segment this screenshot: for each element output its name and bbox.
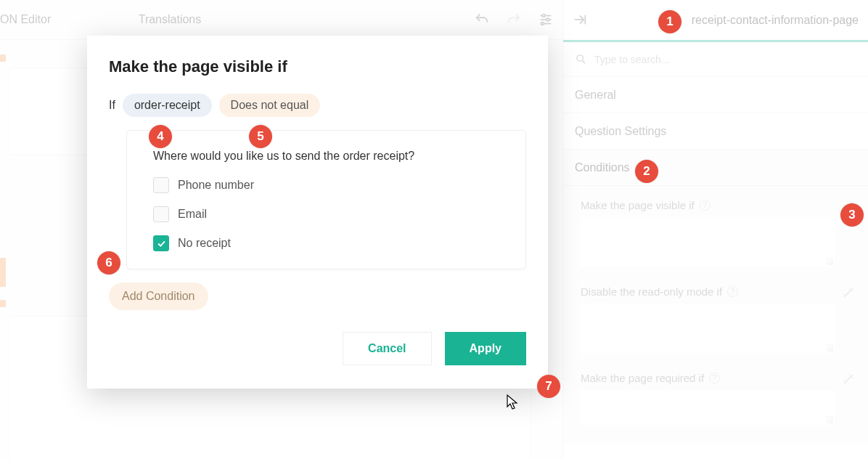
annotation-6: 6 (97, 251, 120, 275)
option-label: No receipt (178, 237, 231, 250)
modal-actions: Cancel Apply (109, 332, 526, 365)
if-label: If (109, 99, 115, 112)
annotation-4: 4 (149, 125, 172, 148)
checkbox-checked-icon[interactable] (153, 235, 169, 251)
annotation-7: 7 (537, 375, 560, 398)
checkbox-unchecked-icon[interactable] (153, 206, 169, 222)
checkbox-unchecked-icon[interactable] (153, 177, 169, 193)
option-row[interactable]: Email (153, 206, 505, 222)
question-text: Where would you like us to send the orde… (153, 150, 505, 163)
cursor-icon (506, 394, 520, 411)
annotation-1: 1 (658, 10, 681, 33)
option-label: Email (178, 208, 207, 221)
annotation-5: 5 (249, 125, 272, 148)
condition-question-pill[interactable]: order-receipt (123, 94, 212, 117)
option-label: Phone number (178, 179, 254, 192)
option-row[interactable]: No receipt (153, 235, 505, 251)
apply-button[interactable]: Apply (445, 332, 526, 365)
modal-title: Make the page visible if (109, 57, 526, 76)
annotation-2: 2 (635, 160, 658, 183)
visibility-condition-modal: Make the page visible if If order-receip… (87, 36, 548, 389)
condition-expression: If order-receipt Does not equal (109, 94, 526, 117)
annotation-3: 3 (840, 203, 864, 227)
cancel-button[interactable]: Cancel (343, 332, 431, 365)
add-condition-button[interactable]: Add Condition (109, 283, 208, 310)
question-preview: Where would you like us to send the orde… (126, 130, 526, 269)
option-row[interactable]: Phone number (153, 177, 505, 193)
condition-operator-pill[interactable]: Does not equal (219, 94, 321, 117)
